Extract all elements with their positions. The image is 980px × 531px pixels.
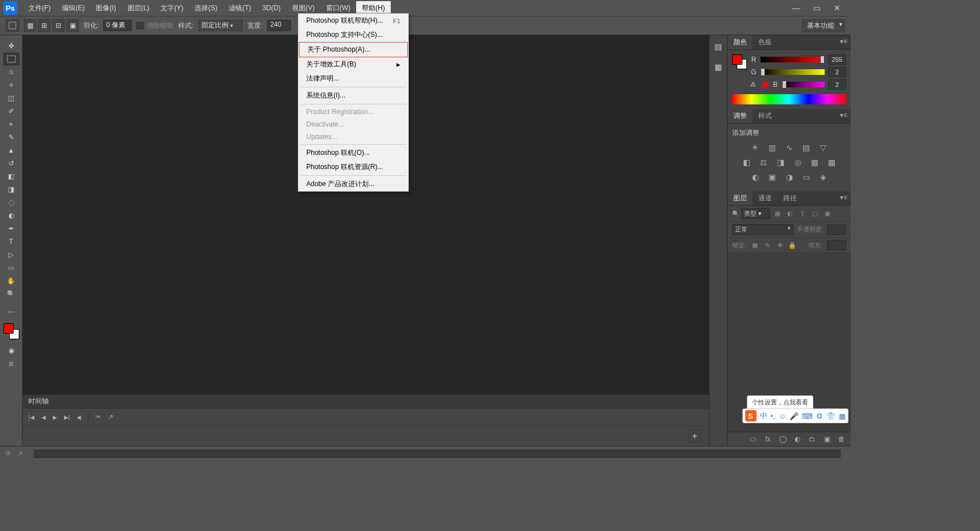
menu-layer[interactable]: 图层(L) — [122, 1, 155, 15]
pen-tool-icon[interactable]: ✒ — [3, 222, 19, 235]
hand-tool-icon[interactable]: ✋ — [3, 275, 19, 287]
layer-fx-icon[interactable]: fx — [763, 435, 772, 444]
layers-panel-menu-icon[interactable]: ▾≡ — [837, 191, 851, 205]
r-value[interactable]: 255 — [828, 54, 846, 65]
blur-tool-icon[interactable]: ◌ — [3, 196, 19, 209]
selection-intersect-icon[interactable]: ▣ — [66, 19, 79, 32]
status-sync-icon[interactable]: ⟳ — [6, 450, 11, 457]
close-button[interactable]: ✕ — [827, 2, 847, 14]
b-slider[interactable] — [782, 82, 825, 87]
status-share-icon[interactable]: ↗ — [18, 450, 23, 457]
help-system-info[interactable]: 系统信息(I)... — [298, 88, 408, 103]
color-panel-menu-icon[interactable]: ▾≡ — [837, 35, 851, 49]
lock-move-icon[interactable]: ✥ — [776, 241, 784, 249]
path-select-tool-icon[interactable]: ▷ — [3, 248, 19, 261]
antialias-checkbox[interactable]: 消除锯齿 — [136, 21, 174, 31]
history-brush-tool-icon[interactable]: ↺ — [3, 157, 19, 170]
lock-position-icon[interactable]: ✎ — [763, 241, 771, 249]
width-input[interactable]: 240 — [267, 20, 291, 31]
foreground-swatch[interactable] — [3, 323, 14, 334]
quickmask-icon[interactable]: ◉ — [3, 344, 19, 357]
new-adjust-icon[interactable]: ◐ — [793, 435, 802, 444]
help-improvement-program[interactable]: Adobe 产品改进计划... — [298, 177, 408, 191]
history-icon[interactable]: ▤ — [713, 41, 724, 52]
help-about-photoshop[interactable]: 关于 Photoshop(A)... — [299, 42, 408, 57]
lasso-tool-icon[interactable]: ⟃ — [3, 66, 19, 78]
ime-lang-icon[interactable]: 中 — [760, 411, 767, 421]
adj-bw-icon[interactable]: ◨ — [776, 157, 786, 167]
menu-3d[interactable]: 3D(D) — [257, 2, 286, 14]
adj-levels-icon[interactable]: ▥ — [767, 142, 778, 153]
tab-swatches[interactable]: 色板 — [753, 35, 778, 49]
zoom-tool-icon[interactable]: 🔍 — [3, 288, 19, 300]
help-legal[interactable]: 法律声明... — [298, 71, 408, 86]
adjust-panel-menu-icon[interactable]: ▾≡ — [837, 109, 851, 123]
layers-filter-icon[interactable]: 🔍 — [732, 210, 739, 217]
new-layer-icon[interactable]: ▣ — [822, 435, 831, 444]
ime-toolbar[interactable]: S 中 •, ☺ 🎤 ⌨ ⚙ 👕 ▦ — [742, 408, 848, 423]
tl-scissor-icon[interactable]: ✂ — [95, 413, 101, 421]
adj-brightness-icon[interactable]: ☀ — [750, 142, 761, 153]
filter-smart-icon[interactable]: ▣ — [822, 209, 833, 219]
link-layers-icon[interactable]: ⬭ — [749, 435, 758, 444]
properties-icon[interactable]: ▦ — [713, 61, 724, 73]
ime-skin-icon[interactable]: 👕 — [826, 412, 835, 420]
gradient-tool-icon[interactable]: ◨ — [3, 183, 19, 196]
ime-more-icon[interactable]: ▦ — [839, 412, 846, 420]
tab-styles[interactable]: 样式 — [753, 109, 778, 123]
adj-posterize-icon[interactable]: ▣ — [767, 172, 778, 182]
adj-hue-icon[interactable]: ◧ — [742, 157, 752, 167]
workspace-switcher[interactable]: 基本功能 — [802, 19, 845, 32]
adj-exposure-icon[interactable]: ▤ — [801, 142, 812, 153]
lock-pixels-icon[interactable]: ▦ — [751, 241, 759, 249]
ime-keyboard-icon[interactable]: ⌨ — [802, 412, 813, 420]
marquee-tool-icon[interactable] — [3, 53, 19, 65]
r-slider[interactable] — [761, 57, 825, 62]
adj-photo-filter-icon[interactable]: ◎ — [793, 157, 803, 167]
selection-add-icon[interactable]: ⊞ — [38, 19, 50, 32]
eraser-tool-icon[interactable]: ◧ — [3, 170, 19, 183]
menu-type[interactable]: 文字(Y) — [155, 1, 189, 15]
help-online[interactable]: Photoshop 联机(O)... — [298, 146, 408, 160]
filter-shape-icon[interactable]: ▢ — [810, 209, 820, 219]
menu-filter[interactable]: 滤镜(T) — [223, 1, 256, 15]
adj-selective-icon[interactable]: ◈ — [818, 172, 829, 182]
heal-tool-icon[interactable]: ⌖ — [3, 118, 19, 130]
adj-lookup-icon[interactable]: ▩ — [827, 157, 837, 167]
gamut-swatch[interactable] — [763, 82, 768, 87]
selection-new-icon[interactable]: ▦ — [24, 19, 36, 32]
fill-input[interactable] — [827, 240, 846, 250]
g-slider[interactable] — [761, 69, 825, 75]
adj-invert-icon[interactable]: ◐ — [750, 172, 761, 182]
layers-filter-select[interactable]: 类型 ▾ — [741, 208, 770, 219]
tl-prev-icon[interactable]: ◀ — [41, 414, 46, 420]
lock-all-icon[interactable]: 🔒 — [788, 241, 796, 249]
g-value[interactable]: 2 — [828, 67, 846, 77]
help-support-center[interactable]: Photoshop 支持中心(S)... — [298, 28, 408, 42]
wand-tool-icon[interactable]: ✧ — [3, 79, 19, 91]
adj-gradient-map-icon[interactable]: ▭ — [801, 172, 812, 182]
tab-paths[interactable]: 路径 — [778, 191, 802, 205]
type-tool-icon[interactable]: T — [3, 235, 19, 248]
tl-play-icon[interactable]: ▶ — [53, 414, 57, 420]
b-value[interactable]: 2 — [828, 79, 846, 90]
ime-logo-icon[interactable]: S — [745, 410, 757, 422]
adj-vibrance-icon[interactable]: ▽ — [818, 142, 829, 153]
tab-layers[interactable]: 图层 — [728, 191, 753, 205]
menu-file[interactable]: 文件(F) — [23, 1, 56, 15]
adj-curves-icon[interactable]: ∿ — [784, 142, 795, 153]
new-group-icon[interactable]: 🗀 — [808, 435, 817, 444]
ime-mic-icon[interactable]: 🎤 — [789, 412, 799, 420]
adj-threshold-icon[interactable]: ◑ — [784, 172, 795, 182]
filter-adjust-icon[interactable]: ◐ — [785, 209, 795, 219]
help-online-help[interactable]: Photoshop 联机帮助(H)...F1 — [298, 14, 408, 28]
tl-convert-icon[interactable]: ↗ — [108, 413, 113, 421]
feather-input[interactable]: 0 像素 — [103, 20, 132, 31]
shape-tool-icon[interactable]: ▭ — [3, 262, 19, 274]
tab-adjustments[interactable]: 调整 — [728, 109, 753, 123]
menu-image[interactable]: 图像(I) — [90, 1, 121, 15]
help-online-resources[interactable]: Photoshop 联机资源(R)... — [298, 160, 408, 174]
filter-type-icon[interactable]: T — [797, 209, 808, 219]
selection-subtract-icon[interactable]: ⊟ — [52, 19, 65, 32]
ime-emoji-icon[interactable]: ☺ — [779, 412, 786, 420]
